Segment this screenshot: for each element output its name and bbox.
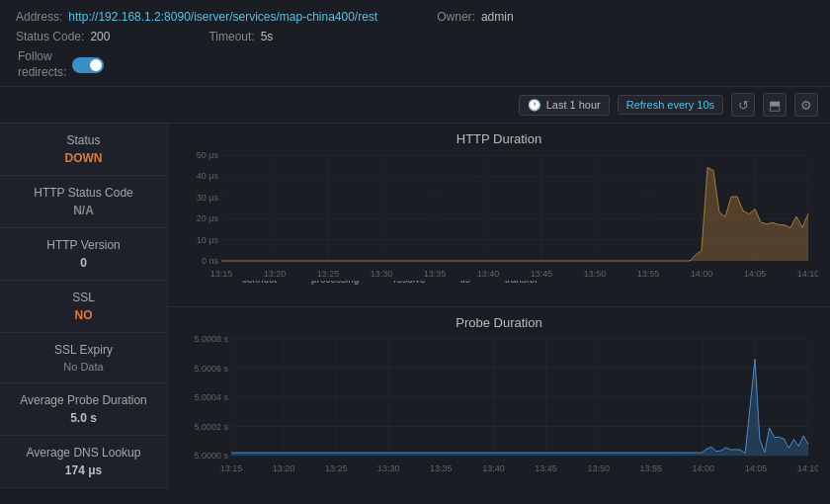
metric-ssl: SSL NO [0,281,167,333]
metric-avg-dns-lookup: Average DNS Lookup 174 μs [0,436,167,488]
top-bar: Address: http://192.168.1.2:8090/iserver… [0,0,830,87]
http-duration-canvas [180,150,818,281]
metric-avg-dns-lookup-value: 174 μs [8,463,159,477]
download-button[interactable]: ⬒ [763,93,787,117]
metric-status-title: Status [8,133,159,147]
owner-value: admin [481,10,514,24]
address-value: http://192.168.1.2:8090/iserver/services… [68,10,377,24]
time-range-label: Last 1 hour [546,99,601,111]
metric-ssl-expiry-title: SSL Expiry [8,343,159,357]
metric-status-value: DOWN [8,151,159,165]
clock-icon: 🕐 [528,99,541,112]
metric-http-version-value: 0 [8,256,159,270]
probe-duration-title: Probe Duration [180,315,818,330]
status-code-value: 200 [90,30,110,43]
settings-icon: ⚙ [800,98,812,113]
metric-avg-probe-duration-value: 5.0 s [8,411,159,425]
owner-label: Owner: [437,10,475,24]
http-duration-chart-container: HTTP Duration connect processing resolve [168,124,830,307]
probe-duration-chart-container: Probe Duration [168,307,830,490]
metric-ssl-title: SSL [8,291,159,304]
metric-http-status-code: HTTP Status Code N/A [0,176,167,228]
left-panel: Status DOWN HTTP Status Code N/A HTTP Ve… [0,124,168,489]
metric-http-status-code-title: HTTP Status Code [8,186,159,200]
refresh-interval-button[interactable]: Refresh every 10s [618,95,723,115]
toolbar: 🕐 Last 1 hour Refresh every 10s ↺ ⬒ ⚙ [0,87,830,124]
download-icon: ⬒ [769,98,781,113]
metric-http-version: HTTP Version 0 [0,228,167,281]
http-duration-title: HTTP Duration [180,131,818,146]
timeout-label: Timeout: [208,30,254,43]
refresh-button[interactable]: ↺ [731,93,755,117]
metric-ssl-expiry: SSL Expiry No Data [0,333,167,383]
metric-ssl-value: NO [8,308,159,322]
metric-ssl-expiry-value: No Data [8,361,159,373]
metric-http-version-title: HTTP Version [8,238,159,252]
main-content: Status DOWN HTTP Status Code N/A HTTP Ve… [0,124,830,489]
probe-duration-canvas [180,334,818,475]
settings-button[interactable]: ⚙ [794,93,818,117]
charts-area: HTTP Duration connect processing resolve [168,124,830,489]
time-range-selector[interactable]: 🕐 Last 1 hour [519,95,610,116]
metric-avg-probe-duration: Average Probe Duration 5.0 s [0,383,167,436]
status-code-label: Status Code: [16,30,84,43]
follow-redirects-toggle[interactable] [72,57,104,73]
refresh-icon: ↺ [738,98,749,113]
metric-http-status-code-value: N/A [8,204,159,217]
metric-avg-dns-lookup-title: Average DNS Lookup [8,446,159,460]
timeout-value: 5s [261,30,274,43]
follow-redirects-label: Followredirects: [18,49,66,80]
address-label: Address: [16,10,62,24]
metric-status: Status DOWN [0,124,167,176]
refresh-label: Refresh every 10s [626,99,714,111]
metric-avg-probe-duration-title: Average Probe Duration [8,393,159,407]
